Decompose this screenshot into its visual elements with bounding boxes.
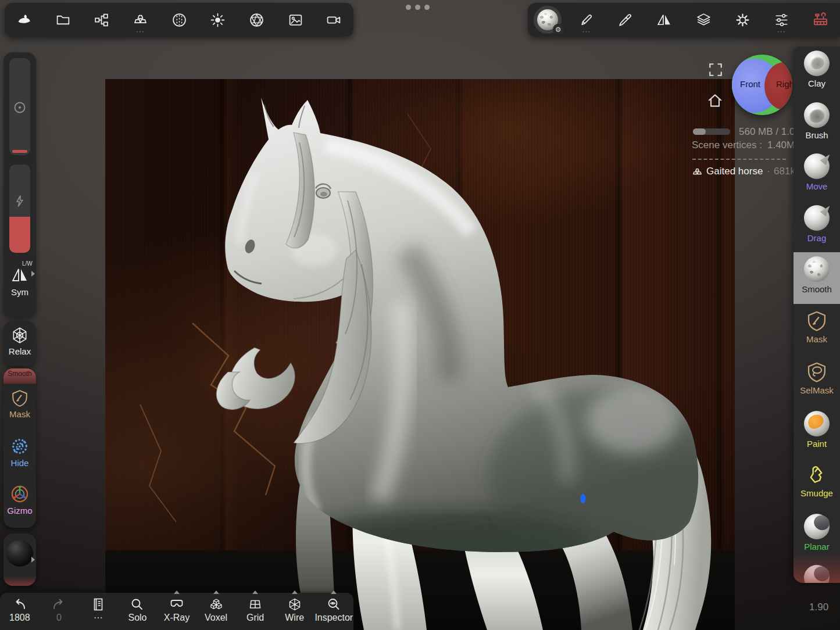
- solo-button[interactable]: Solo: [118, 593, 158, 630]
- sidebar-hide-button[interactable]: Hide: [3, 431, 36, 479]
- material-button[interactable]: [160, 3, 199, 37]
- redo-arrow-icon: [51, 597, 66, 612]
- object-name: Gaited horse: [706, 166, 763, 177]
- tool-clay[interactable]: Clay: [793, 46, 840, 98]
- pencil-more-dots: ···: [582, 28, 591, 35]
- bottom-toolbar: 1808 0 ··· Solo: [0, 593, 353, 630]
- tool-flatten-partial[interactable]: [793, 561, 840, 583]
- grid-caret-icon: [252, 590, 258, 594]
- relax-label: Relax: [9, 346, 31, 356]
- sliders-icon: [774, 12, 789, 28]
- files-button[interactable]: [44, 3, 83, 37]
- material-preview-panel[interactable]: [3, 534, 36, 586]
- app-logo-button[interactable]: [5, 3, 44, 37]
- active-brush-button[interactable]: ⚙: [528, 3, 567, 37]
- toolbox-icon: [812, 12, 829, 28]
- background-image-icon: [288, 12, 303, 28]
- inspector-button[interactable]: Inspector: [314, 593, 354, 630]
- xray-goggles-icon: [169, 597, 184, 612]
- wireframe-hexagon-icon: [287, 597, 302, 612]
- node-graph-icon: [94, 12, 109, 28]
- post-process-button[interactable]: [237, 3, 276, 37]
- memory-usage-bar: [693, 128, 730, 135]
- background-image-button[interactable]: [276, 3, 315, 37]
- notes-more-dots: ···: [94, 613, 103, 623]
- toolbar-handle-dots[interactable]: [406, 5, 430, 10]
- render-sliders-button[interactable]: ···: [762, 3, 801, 37]
- drag-sphere-icon: [804, 205, 830, 231]
- orientation-nav-sphere[interactable]: Front Right: [732, 55, 792, 115]
- hide-label: Hide: [11, 458, 29, 468]
- camera-button[interactable]: [314, 3, 353, 37]
- sym-mirror-icon[interactable]: [11, 266, 28, 284]
- tool-palette-panel: Clay Brush Move Drag Smooth Mask: [793, 46, 840, 583]
- symmetry-button[interactable]: [645, 3, 684, 37]
- tool-label: Smudge: [800, 488, 833, 498]
- tool-drag[interactable]: Drag: [793, 201, 840, 253]
- undo-arrow-icon: [12, 597, 27, 612]
- material-panel-red-fade: [3, 577, 36, 586]
- tool-label: Move: [806, 181, 828, 191]
- wire-button[interactable]: Wire: [275, 593, 314, 630]
- smooth-active-header[interactable]: Smooth: [3, 368, 36, 384]
- home-view-icon[interactable]: [706, 92, 724, 109]
- voxel-button[interactable]: Voxel: [196, 593, 236, 630]
- notes-button[interactable]: ···: [78, 593, 118, 630]
- solo-label: Solo: [128, 613, 146, 623]
- node-graph-button[interactable]: [82, 3, 121, 37]
- sidebar-mask-button[interactable]: Mask: [3, 384, 36, 431]
- tool-smudge[interactable]: Smudge: [793, 458, 840, 510]
- sidebar-gizmo-button[interactable]: Gizmo: [3, 479, 36, 527]
- scene-meshes-icon: [133, 12, 148, 28]
- redo-count: 0: [56, 613, 62, 623]
- scene-object-row[interactable]: Gaited horse · 681k: [692, 166, 795, 177]
- material-expand-arrow[interactable]: [31, 557, 35, 563]
- tool-paint[interactable]: Paint: [793, 407, 840, 459]
- radius-slider[interactable]: [9, 58, 30, 155]
- scene-vertices-value: 1.40M: [767, 139, 795, 151]
- xray-label: X-Ray: [164, 613, 190, 623]
- wire-caret-icon: [292, 590, 298, 594]
- relax-panel[interactable]: Relax: [3, 321, 36, 366]
- redo-button[interactable]: 0: [40, 593, 79, 630]
- fullscreen-icon[interactable]: [708, 62, 723, 77]
- voxel-cubes-icon: [209, 597, 224, 612]
- tool-brush[interactable]: Brush: [793, 98, 840, 150]
- clay-sphere-icon: [804, 51, 830, 76]
- stroke-pencil-button[interactable]: ···: [567, 3, 606, 37]
- inspector-caret-icon: [331, 590, 337, 594]
- scene-vertices-label: Scene vertices :: [692, 139, 762, 151]
- tool-label: Paint: [807, 439, 827, 449]
- app-logo-icon: [16, 12, 32, 28]
- tool-selmask[interactable]: SelMask: [793, 355, 840, 407]
- tool-planar[interactable]: Planar: [793, 510, 840, 561]
- grid-button[interactable]: Grid: [235, 593, 275, 630]
- tool-smooth[interactable]: Smooth: [793, 252, 840, 304]
- top-left-toolbar: ···: [5, 3, 353, 37]
- nav-right-label: Right: [776, 79, 792, 89]
- sym-expand-arrow[interactable]: [31, 271, 35, 277]
- mask-label: Mask: [9, 409, 30, 419]
- xray-button[interactable]: X-Ray: [157, 593, 196, 630]
- scene-meshes-button[interactable]: ···: [121, 3, 160, 37]
- toolbox-button[interactable]: [801, 3, 840, 37]
- intensity-slider[interactable]: [9, 164, 30, 253]
- object-vertex-count: 681k: [774, 166, 795, 177]
- brush-settings-panel: L/W Sym: [3, 52, 36, 317]
- move-sphere-icon: [804, 153, 830, 179]
- tool-mask[interactable]: Mask: [793, 304, 840, 356]
- settings-button[interactable]: [723, 3, 762, 37]
- tool-label: Drag: [807, 233, 827, 243]
- layers-button[interactable]: [684, 3, 723, 37]
- undo-button[interactable]: 1808: [0, 593, 40, 630]
- nav-front-label: Front: [740, 79, 760, 89]
- active-brush-chip: ⚙: [534, 6, 562, 34]
- paint-settings-button[interactable]: [606, 3, 645, 37]
- radius-slider-value: [12, 150, 27, 153]
- grid-label: Grid: [246, 613, 264, 623]
- tool-move[interactable]: Move: [793, 149, 840, 201]
- tool-label: Brush: [805, 130, 828, 140]
- notebook-icon: [91, 597, 106, 612]
- zoom-scale-readout: 1.90: [809, 602, 828, 613]
- lighting-button[interactable]: [198, 3, 237, 37]
